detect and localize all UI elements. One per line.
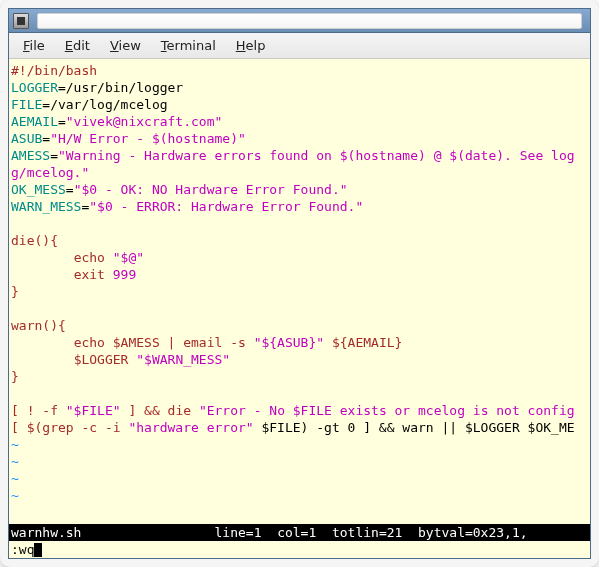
menu-terminal[interactable]: Terminal [153, 36, 224, 55]
code-line: [ ! -f [11, 403, 66, 418]
empty-line-tilde: ~ [11, 488, 19, 503]
empty-line-tilde: ~ [11, 437, 19, 452]
command-text: :wq [11, 541, 34, 558]
code-line: warn(){ [11, 318, 66, 333]
code-line: #!/bin/bash [11, 63, 97, 78]
menubar: File Edit View Terminal Help [9, 33, 590, 59]
terminal-icon [13, 13, 29, 29]
menu-view[interactable]: View [102, 36, 149, 55]
code-line: g/mcelog." [11, 165, 89, 180]
code-line: [ $(grep -c -i [11, 420, 128, 435]
status-filename: warnhw.sh [11, 525, 81, 540]
code-line: LOGGER [11, 80, 58, 95]
menu-help[interactable]: Help [228, 36, 274, 55]
window-title [37, 13, 582, 29]
code-line: die(){ [11, 233, 58, 248]
code-line: AEMAIL [11, 114, 58, 129]
code-line: FILE [11, 97, 42, 112]
menu-edit[interactable]: Edit [57, 36, 98, 55]
code-line: WARN_MESS [11, 199, 81, 214]
titlebar[interactable] [9, 9, 590, 33]
terminal-window: File Edit View Terminal Help #!/bin/bash… [8, 8, 591, 559]
code-line: AMESS [11, 148, 50, 163]
code-line: } [11, 284, 19, 299]
editor-viewport[interactable]: #!/bin/bash LOGGER=/usr/bin/logger FILE=… [9, 59, 590, 524]
status-info: line=1 col=1 totlin=21 bytval=0x23,1, [215, 525, 528, 540]
code-line: OK_MESS [11, 182, 66, 197]
vim-status-bar: warnhw.sh line=1 col=1 totlin=21 bytval=… [9, 524, 590, 541]
empty-line-tilde: ~ [11, 471, 19, 486]
code-line: } [11, 369, 19, 384]
menu-file[interactable]: File [15, 36, 53, 55]
callout-arrow [69, 542, 199, 567]
cursor-block [34, 543, 42, 557]
empty-line-tilde: ~ [11, 454, 19, 469]
vim-command-line[interactable]: :wq [9, 541, 590, 558]
window-frame: File Edit View Terminal Help #!/bin/bash… [0, 0, 599, 567]
code-line: ASUB [11, 131, 42, 146]
